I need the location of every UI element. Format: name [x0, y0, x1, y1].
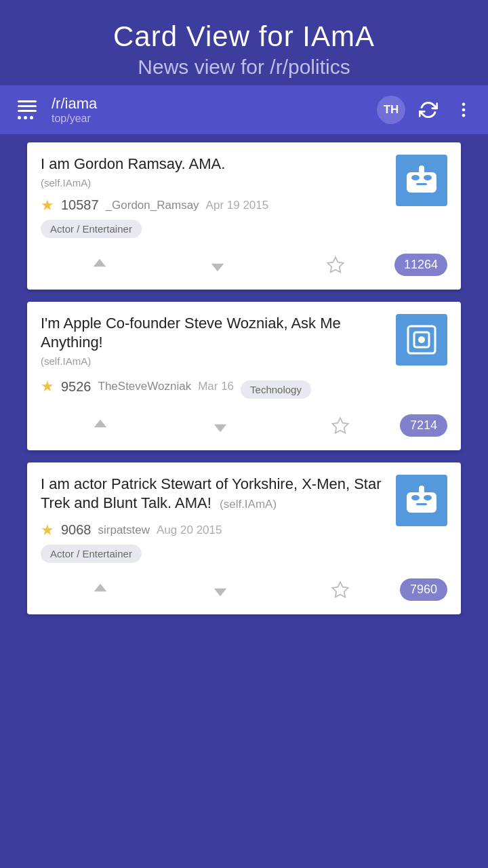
post-tag[interactable]: Technology [241, 380, 311, 399]
app-subtitle: News view for /r/politics [14, 56, 474, 79]
post-author[interactable]: _Gordon_Ramsay [106, 199, 199, 212]
favorite-button[interactable] [280, 411, 400, 441]
card-content: I'm Apple Co-founder Steve Wozniak, Ask … [41, 314, 386, 399]
cards-list: I am Gordon Ramsay. AMA. (self.IAmA) ★ 1… [0, 134, 488, 623]
user-avatar[interactable]: TH [377, 96, 405, 124]
post-date: Aug 20 2015 [157, 524, 222, 537]
toolbar-actions: TH [377, 96, 476, 124]
page-header: Card View for IAmA News view for /r/poli… [0, 0, 488, 85]
card-body: I am Gordon Ramsay. AMA. (self.IAmA) ★ 1… [27, 142, 461, 245]
svg-rect-14 [416, 503, 427, 505]
post-date: Apr 19 2015 [206, 199, 269, 212]
post-title[interactable]: I am actor Patrick Stewart of Yorkshire,… [41, 475, 386, 513]
refresh-button[interactable] [416, 98, 441, 122]
post-card: I am actor Patrick Stewart of Yorkshire,… [27, 462, 461, 614]
page-wrapper: Card View for IAmA News view for /r/poli… [0, 0, 488, 623]
post-source: (self.IAmA) [41, 177, 386, 189]
downvote-button[interactable] [161, 411, 281, 441]
toolbar: /r/iama top/year TH [0, 85, 488, 134]
menu-button[interactable] [12, 95, 42, 125]
post-tag[interactable]: Actor / Entertainer [41, 545, 142, 563]
subreddit-name: /r/iama [52, 95, 377, 113]
card-body: I'm Apple Co-founder Steve Wozniak, Ask … [27, 302, 461, 406]
post-score: 9526 [61, 379, 92, 395]
downvote-button[interactable] [161, 575, 281, 605]
post-date: Mar 16 [198, 380, 234, 393]
post-card: I'm Apple Co-founder Steve Wozniak, Ask … [27, 302, 461, 450]
post-meta: ★ 10587 _Gordon_Ramsay Apr 19 2015 [41, 197, 386, 214]
post-thumbnail [396, 314, 447, 366]
score-star-icon: ★ [41, 521, 54, 539]
post-author[interactable]: sirpatstew [98, 524, 150, 537]
svg-rect-11 [407, 492, 436, 513]
post-author[interactable]: TheSteveWozniak [98, 380, 192, 393]
svg-rect-15 [419, 486, 424, 494]
score-star-icon: ★ [41, 197, 54, 214]
comment-count[interactable]: 11264 [394, 254, 447, 276]
svg-point-1 [462, 108, 466, 112]
svg-point-4 [411, 175, 420, 180]
card-actions: 7960 [27, 570, 461, 614]
svg-point-10 [418, 336, 425, 343]
card-content: I am actor Patrick Stewart of Yorkshire,… [41, 475, 386, 563]
svg-point-13 [424, 495, 432, 500]
post-score: 9068 [61, 522, 92, 538]
svg-point-2 [462, 114, 466, 117]
subreddit-info: /r/iama top/year [52, 95, 377, 125]
upvote-button[interactable] [41, 250, 159, 280]
post-title[interactable]: I'm Apple Co-founder Steve Wozniak, Ask … [41, 314, 386, 353]
svg-rect-7 [419, 165, 424, 174]
card-body: I am actor Patrick Stewart of Yorkshire,… [27, 462, 461, 570]
comment-count[interactable]: 7214 [400, 414, 447, 437]
downvote-button[interactable] [159, 250, 277, 280]
favorite-button[interactable] [280, 575, 400, 605]
more-button[interactable] [451, 98, 476, 122]
post-thumbnail [396, 155, 447, 206]
sort-label: top/year [52, 113, 377, 125]
svg-point-12 [411, 495, 420, 500]
post-source-inline: (self.IAmA) [220, 498, 277, 511]
post-title[interactable]: I am Gordon Ramsay. AMA. [41, 155, 386, 174]
post-source: (self.IAmA) [41, 355, 386, 367]
app-title: Card View for IAmA [14, 20, 474, 53]
score-star-icon: ★ [41, 378, 54, 395]
svg-rect-3 [407, 172, 436, 193]
post-card: I am Gordon Ramsay. AMA. (self.IAmA) ★ 1… [27, 142, 461, 290]
card-actions: 11264 [27, 245, 461, 290]
svg-point-0 [462, 103, 466, 106]
post-tag[interactable]: Actor / Entertainer [41, 220, 142, 238]
post-score: 10587 [61, 197, 99, 213]
upvote-button[interactable] [41, 411, 161, 441]
post-meta: ★ 9068 sirpatstew Aug 20 2015 [41, 521, 386, 539]
upvote-button[interactable] [41, 575, 161, 605]
svg-rect-6 [416, 183, 427, 185]
post-thumbnail [396, 475, 447, 526]
comment-count[interactable]: 7960 [400, 578, 447, 601]
favorite-button[interactable] [277, 250, 394, 280]
card-content: I am Gordon Ramsay. AMA. (self.IAmA) ★ 1… [41, 155, 386, 238]
svg-point-5 [424, 175, 432, 180]
card-actions: 7214 [27, 406, 461, 450]
post-meta: ★ 9526 TheSteveWozniak Mar 16 Technology [41, 375, 386, 399]
